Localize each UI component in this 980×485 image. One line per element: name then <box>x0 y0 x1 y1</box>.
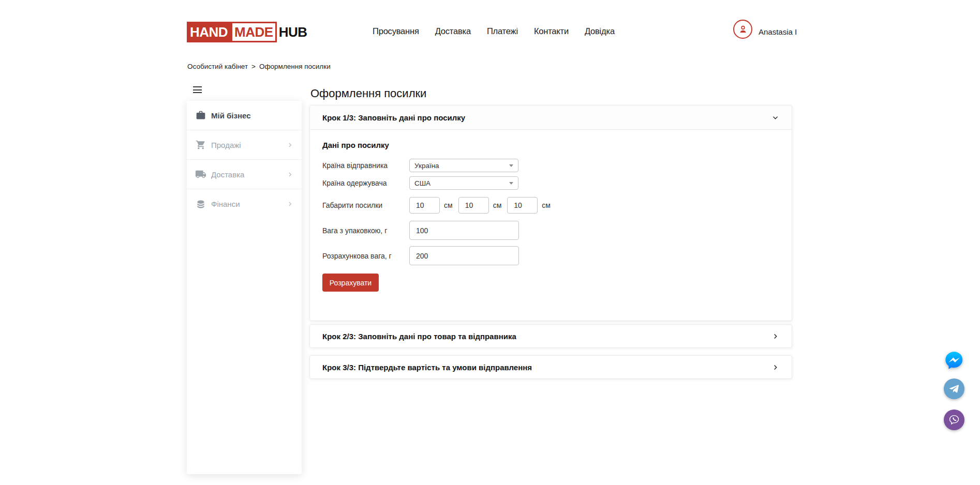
sender-country-select[interactable]: Україна <box>409 159 518 172</box>
main-nav: Просування Доставка Платежі Контакти Дов… <box>373 26 615 36</box>
truck-icon <box>195 169 206 180</box>
step3-accordion-header[interactable]: Крок 3/3: Підтвердьте вартість та умови … <box>309 355 792 379</box>
username-label: Anastasia I <box>759 27 797 36</box>
nav-item-promotion[interactable]: Просування <box>373 26 419 36</box>
step1-accordion-header[interactable]: Крок 1/3: Заповніть дані про посилку <box>310 105 792 130</box>
form-heading: Дані про посилку <box>322 141 779 149</box>
cart-icon <box>195 139 206 150</box>
user-avatar[interactable] <box>733 20 752 39</box>
nav-item-help[interactable]: Довідка <box>585 26 615 36</box>
dimension-unit-label: см <box>542 201 551 209</box>
step1-card: Крок 1/3: Заповніть дані про посилку Дан… <box>309 105 792 321</box>
nav-item-contacts[interactable]: Контакти <box>534 26 569 36</box>
recipient-country-select[interactable]: США <box>409 176 518 190</box>
chevron-right-icon <box>771 363 779 371</box>
step3-title: Крок 3/3: Підтвердьте вартість та умови … <box>322 363 532 372</box>
breadcrumb: Особистий кабінет > Оформлення посилки <box>187 63 331 70</box>
breadcrumb-separator: > <box>251 63 256 70</box>
messenger-icon <box>944 350 964 371</box>
step1-title: Крок 1/3: Заповніть дані про посилку <box>322 113 465 122</box>
viber-icon <box>947 413 961 427</box>
dimension-length-input[interactable] <box>409 197 440 214</box>
chevron-right-icon <box>287 142 293 148</box>
calculated-weight-label: Розрахункова вага, г <box>322 252 409 260</box>
messenger-button[interactable] <box>944 350 964 371</box>
calculate-button[interactable]: Розрахувати <box>322 274 379 292</box>
sidebar-item-finances[interactable]: Фінанси <box>187 189 302 219</box>
sidebar: Мій бізнес Продажі Доставка Фінанси <box>187 101 302 474</box>
dimensions-label: Габарити посилки <box>322 201 409 209</box>
dropdown-arrow-icon <box>509 164 513 167</box>
sidebar-item-my-business[interactable]: Мій бізнес <box>187 101 302 130</box>
packed-weight-input[interactable] <box>409 221 519 240</box>
dropdown-arrow-icon <box>509 182 513 185</box>
breadcrumb-home[interactable]: Особистий кабінет <box>187 63 248 70</box>
sidebar-item-label: Мій бізнес <box>211 111 251 120</box>
sidebar-item-delivery[interactable]: Доставка <box>187 160 302 189</box>
logo-part-hub: HUB <box>277 22 307 42</box>
recipient-country-value: США <box>414 179 430 187</box>
coins-icon <box>195 199 206 210</box>
nav-item-delivery[interactable]: Доставка <box>435 26 471 36</box>
page-title: Оформлення посилки <box>310 87 426 100</box>
handmadehub-logo[interactable]: HAND MADE HUB <box>187 22 307 42</box>
sidebar-item-label: Доставка <box>211 170 244 179</box>
sidebar-item-label: Фінанси <box>211 200 240 208</box>
sender-country-value: Україна <box>414 162 439 170</box>
step2-accordion-header[interactable]: Крок 2/3: Заповніть дані про товар та ві… <box>309 324 792 348</box>
briefcase-icon <box>195 110 206 121</box>
breadcrumb-current: Оформлення посилки <box>259 63 331 70</box>
person-icon <box>737 24 749 35</box>
chevron-right-icon <box>287 171 293 178</box>
nav-item-payments[interactable]: Платежі <box>487 26 518 36</box>
sender-country-label: Країна відправника <box>322 161 409 170</box>
sidebar-toggle-hamburger-icon[interactable] <box>193 86 202 93</box>
logo-part-hand: HAND <box>187 22 231 42</box>
viber-button[interactable] <box>944 410 964 430</box>
chevron-right-icon <box>287 201 293 207</box>
dimension-unit-label: см <box>493 201 502 209</box>
dimension-unit-label: см <box>444 201 453 209</box>
dimension-width-input[interactable] <box>458 197 489 214</box>
sidebar-item-sales[interactable]: Продажі <box>187 130 302 160</box>
step2-title: Крок 2/3: Заповніть дані про товар та ві… <box>322 332 516 341</box>
sidebar-item-label: Продажі <box>211 141 241 149</box>
telegram-button[interactable] <box>944 378 964 399</box>
telegram-icon <box>948 383 960 395</box>
chevron-down-icon <box>771 114 779 122</box>
step1-form: Дані про посилку Країна відправника Укра… <box>310 130 792 292</box>
calculated-weight-input[interactable] <box>409 246 519 265</box>
dimension-height-input[interactable] <box>507 197 538 214</box>
logo-part-made: MADE <box>231 22 277 42</box>
recipient-country-label: Країна одержувача <box>322 179 409 187</box>
chevron-right-icon <box>771 332 779 340</box>
packed-weight-label: Вага з упаковкою, г <box>322 226 409 235</box>
